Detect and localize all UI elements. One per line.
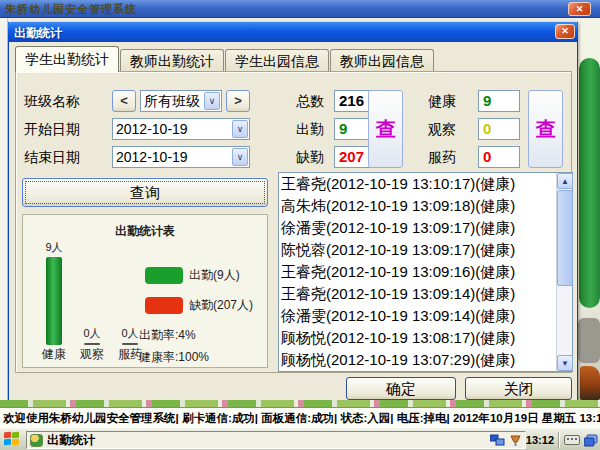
class-name-label: 班级名称 [24, 90, 80, 112]
end-date-select[interactable]: 2012-10-19 ∨ [112, 146, 250, 168]
tab-student-exit-info[interactable]: 学生出园信息 [225, 49, 329, 72]
bar-value-label: 0人 [83, 326, 100, 341]
class-select[interactable]: 所有班级 ∨ [140, 90, 222, 112]
taskbar-window-label: 出勤统计 [47, 432, 95, 449]
absent-label: 缺勤 [296, 146, 324, 168]
list-item[interactable]: 徐潘雯(2012-10-19 13:09:14)(健康) [279, 305, 572, 327]
total-label: 总数 [296, 90, 324, 112]
health-rate-text: 健康率:100% [139, 349, 209, 366]
desktop-wallpaper [578, 18, 600, 400]
keyboard-icon[interactable] [564, 434, 580, 446]
legend-label-present: 出勤(9人) [189, 267, 240, 284]
attendance-list: 王睿尧(2012-10-19 13:10:17)(健康) 高朱炜(2012-10… [278, 172, 573, 372]
class-select-value: 所有班级 [144, 93, 200, 111]
bar-medicine [122, 343, 138, 345]
tab-teacher-exit-info[interactable]: 教师出园信息 [330, 49, 434, 72]
axis-label-observe: 观察 [75, 346, 109, 363]
list-item[interactable]: 高朱炜(2012-10-19 13:09:18)(健康) [279, 195, 572, 217]
main-window-title: 朱桥幼儿园安全管理系统 [5, 2, 137, 17]
check-health-button[interactable]: 查 [528, 90, 563, 168]
legend-label-absent: 缺勤(207人) [189, 297, 253, 314]
list-item[interactable]: 徐潘雯(2012-10-19 13:09:17)(健康) [279, 217, 572, 239]
healthy-value: 9 [478, 90, 520, 112]
chevron-down-icon[interactable]: ∨ [232, 120, 248, 138]
taskbar: 出勤统计 13:12 [0, 428, 600, 450]
chevron-down-icon[interactable]: ∨ [204, 92, 220, 110]
list-item[interactable]: 顾杨悦(2012-10-19 13:07:29)(健康) [279, 349, 572, 371]
tab-content-panel: 班级名称 开始日期 结束日期 < 所有班级 ∨ > 2012-10-19 ∨ 2… [15, 71, 572, 373]
list-item[interactable]: 陈悦蓉(2012-10-19 13:09:17)(健康) [279, 239, 572, 261]
list-item[interactable]: 王睿尧(2012-10-19 13:09:16)(健康) [279, 261, 572, 283]
present-label: 出勤 [296, 118, 324, 140]
clock[interactable]: 13:12 [526, 434, 554, 446]
medicine-value: 0 [478, 146, 520, 168]
wallpaper-strip [0, 400, 600, 407]
scroll-down-icon[interactable]: ▼ [557, 355, 573, 371]
dialog-title: 出勤统计 [14, 25, 62, 42]
query-button[interactable]: 查询 [22, 178, 268, 207]
end-date-label: 结束日期 [24, 146, 80, 168]
network-icon[interactable] [490, 434, 505, 447]
ok-button[interactable]: 确定 [346, 377, 456, 400]
observe-value: 0 [478, 118, 520, 140]
list-item[interactable]: 王睿尧(2012-10-19 13:10:17)(健康) [279, 173, 572, 195]
start-date-value: 2012-10-19 [116, 121, 188, 137]
list-scrollbar[interactable]: ▲ ▼ [556, 173, 572, 371]
tab-student-attendance[interactable]: 学生出勤统计 [15, 46, 119, 72]
list-item[interactable]: 王睿尧(2012-10-19 13:09:14)(健康) [279, 283, 572, 305]
scrollbar-thumb[interactable] [557, 190, 573, 286]
tab-bar: 学生出勤统计 教师出勤统计 学生出园信息 教师出园信息 [15, 46, 435, 72]
left-edge-strip [0, 18, 8, 400]
bar-healthy [46, 257, 62, 345]
taskbar-window-button[interactable]: 出勤统计 [26, 431, 526, 449]
next-class-button[interactable]: > [226, 90, 250, 112]
check-attendance-button[interactable]: 查 [368, 90, 403, 168]
system-tray: 13:12 [490, 431, 598, 449]
axis-label-healthy: 健康 [37, 346, 71, 363]
medicine-label: 服药 [428, 146, 456, 168]
chart-title: 出勤统计表 [23, 223, 267, 240]
bar-observe [84, 343, 100, 345]
cartoon-character-graphic [580, 366, 600, 400]
windows-start-icon[interactable] [4, 432, 20, 447]
tray-divider [558, 432, 560, 448]
list-item[interactable]: 顾杨悦(2012-10-19 13:08:17)(健康) [279, 327, 572, 349]
main-window-titlebar: 朱桥幼儿园安全管理系统 ✕ [0, 0, 600, 18]
close-button[interactable]: 关闭 [465, 377, 572, 400]
scroll-up-icon[interactable]: ▲ [557, 173, 573, 189]
bar-value-label: 9人 [45, 240, 62, 255]
attendance-rate-text: 出勤率:4% [139, 327, 196, 344]
end-date-value: 2012-10-19 [116, 149, 188, 165]
prev-class-button[interactable]: < [112, 90, 136, 112]
chevron-down-icon[interactable]: ∨ [232, 148, 248, 166]
healthy-label: 健康 [428, 90, 456, 112]
legend-swatch-absent [145, 297, 183, 314]
status-bar: 欢迎使用朱桥幼儿园安全管理系统| 刷卡通信:成功| 面板通信:成功| 状态:入园… [0, 407, 600, 428]
legend-swatch-present [145, 267, 183, 284]
start-date-select[interactable]: 2012-10-19 ∨ [112, 118, 250, 140]
tree-graphic [579, 58, 600, 308]
start-date-label: 开始日期 [24, 118, 80, 140]
plug-icon[interactable] [509, 434, 522, 447]
rock-graphic [578, 318, 600, 363]
attendance-chart: 出勤统计表 9人 0人 0人 健康 观察 服药 出勤(9人) 缺勤 [22, 214, 268, 368]
attendance-dialog: 出勤统计 ✕ 学生出勤统计 教师出勤统计 学生出园信息 教师出园信息 班级名称 … [8, 22, 578, 403]
observe-label: 观察 [428, 118, 456, 140]
dialog-close-icon[interactable]: ✕ [555, 24, 575, 39]
windows-stack-icon[interactable] [584, 434, 598, 447]
app-icon [30, 434, 43, 447]
bar-value-label: 0人 [121, 326, 138, 341]
tab-teacher-attendance[interactable]: 教师出勤统计 [120, 49, 224, 72]
main-close-button[interactable]: ✕ [568, 2, 591, 16]
dialog-titlebar[interactable]: 出勤统计 ✕ [8, 22, 578, 42]
